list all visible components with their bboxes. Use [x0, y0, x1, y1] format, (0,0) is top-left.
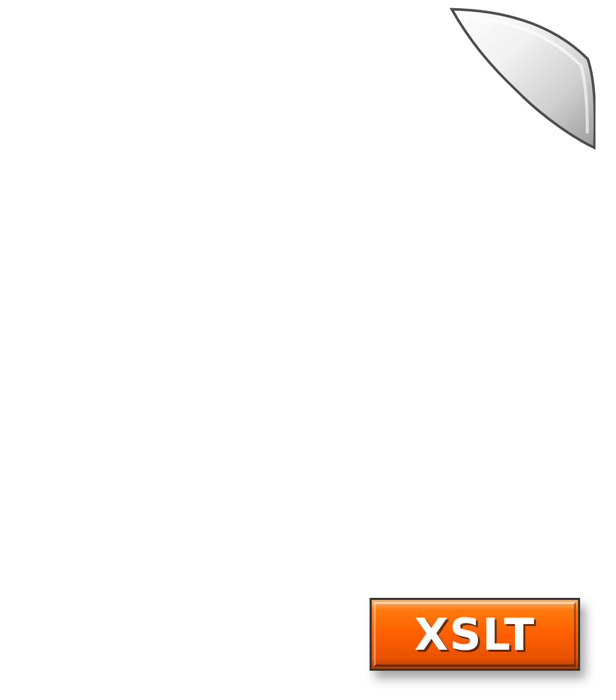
file-type-illustration: <?xml version="1.0" e <xsl:stylesheet xm… [0, 0, 616, 700]
file-type-badge: XSLT [370, 598, 580, 671]
badge-label: XSLT [414, 609, 535, 660]
